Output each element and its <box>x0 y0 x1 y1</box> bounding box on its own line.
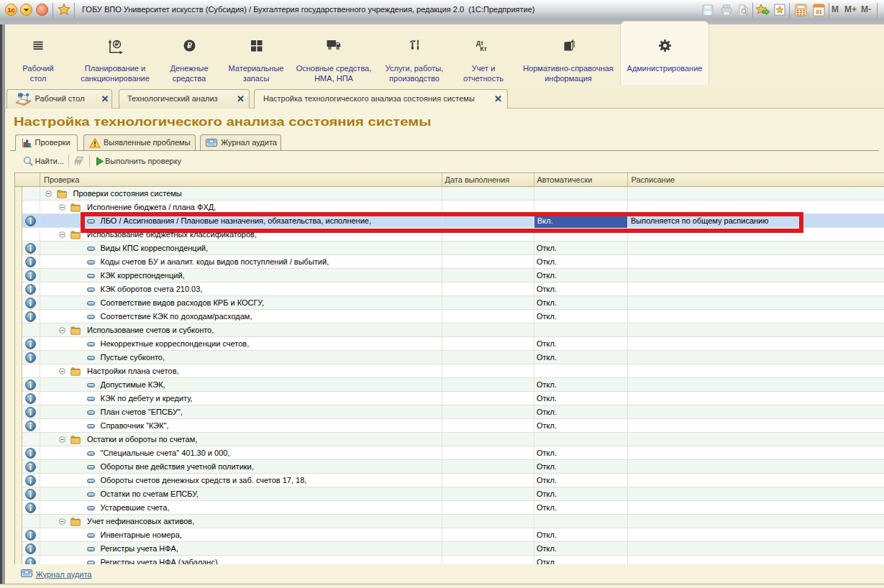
svg-text:1с: 1с <box>7 6 14 14</box>
svg-text:31: 31 <box>816 9 822 15</box>
svg-text:Кт: Кт <box>480 45 487 52</box>
